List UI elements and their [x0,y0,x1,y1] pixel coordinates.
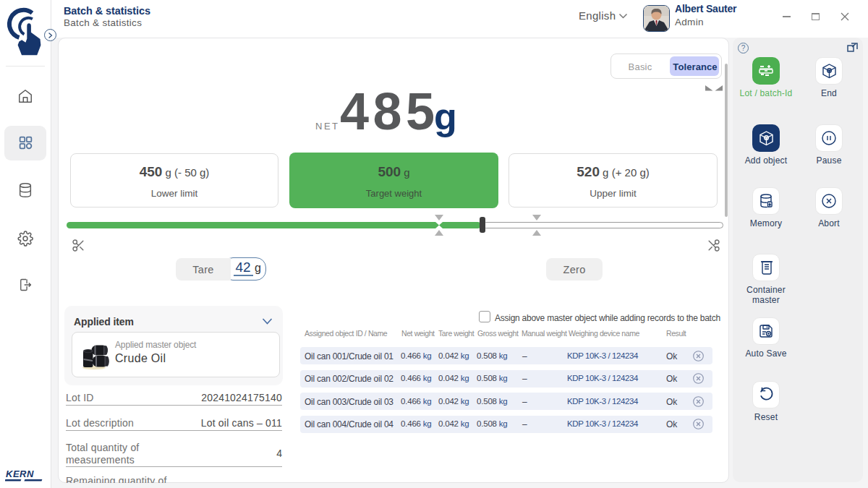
svg-text:KERN: KERN [6,468,34,479]
